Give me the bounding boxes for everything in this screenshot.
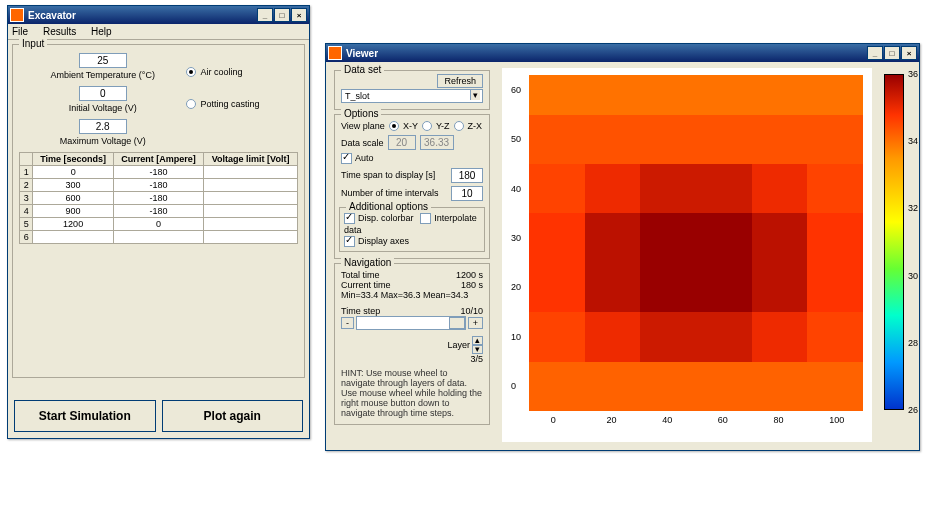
colorbar-tick: 26: [908, 405, 918, 415]
close-icon[interactable]: ×: [901, 46, 917, 60]
dataset-legend: Data set: [341, 64, 384, 75]
row-index: 5: [20, 218, 33, 231]
table-row[interactable]: 512000: [20, 218, 298, 231]
plot-again-button[interactable]: Plot again: [162, 400, 304, 432]
table-cell[interactable]: [204, 179, 298, 192]
table-header: Current [Ampere]: [113, 153, 203, 166]
heatmap-cell: [752, 312, 808, 361]
initial-voltage-input[interactable]: 0: [79, 86, 127, 101]
table-row[interactable]: 10-180: [20, 166, 298, 179]
colorbar-tick: 36: [908, 69, 918, 79]
numintervals-input[interactable]: 10: [451, 186, 483, 201]
table-cell[interactable]: -180: [113, 179, 203, 192]
colorbar-tick: 28: [908, 338, 918, 348]
maximize-icon[interactable]: □: [884, 46, 900, 60]
disp-colorbar-checkbox[interactable]: Disp. colorbar: [344, 212, 414, 223]
additional-options-panel: Additional options Disp. colorbar Interp…: [339, 207, 485, 252]
display-axes-checkbox[interactable]: Display axes: [344, 235, 480, 247]
row-index: 6: [20, 231, 33, 244]
row-index: 1: [20, 166, 33, 179]
initial-voltage-label: Initial Voltage (V): [19, 103, 186, 113]
table-cell[interactable]: 300: [33, 179, 114, 192]
table-cell[interactable]: [204, 218, 298, 231]
heatmap-cell: [585, 213, 641, 262]
refresh-button[interactable]: Refresh: [437, 74, 483, 88]
colorbar: [884, 74, 904, 410]
table-row[interactable]: 6: [20, 231, 298, 244]
checkbox-icon: [420, 213, 431, 224]
addopt-legend: Additional options: [346, 201, 431, 212]
viewplane-label: View plane: [341, 121, 385, 131]
heatmap-cell: [585, 115, 641, 164]
x-tick: 80: [774, 415, 784, 425]
slider-minus-button[interactable]: -: [341, 317, 354, 329]
heatmap-cell: [807, 213, 863, 262]
heatmap-cell: [640, 75, 696, 115]
timestep-label: Time step: [341, 306, 380, 316]
close-icon[interactable]: ×: [291, 8, 307, 22]
timestep-value: 10/10: [460, 306, 483, 316]
heatmap-cell: [640, 312, 696, 361]
viewplane-zx-radio[interactable]: Z-X: [454, 121, 483, 131]
layer-down-button[interactable]: ▾: [472, 345, 483, 354]
input-legend: Input: [19, 38, 47, 49]
checkbox-icon: [344, 236, 355, 247]
profile-table: Time [seconds]Current [Ampere]Voltage li…: [19, 152, 298, 244]
minimize-icon[interactable]: _: [257, 8, 273, 22]
window-title: Excavator: [28, 10, 257, 21]
table-cell[interactable]: 0: [113, 218, 203, 231]
heatmap-cell: [529, 213, 585, 262]
heatmap-cell: [752, 362, 808, 411]
y-tick: 30: [511, 233, 521, 243]
heatmap-cell: [696, 312, 752, 361]
timespan-input[interactable]: 180: [451, 168, 483, 183]
minimize-icon[interactable]: _: [867, 46, 883, 60]
app-icon: [10, 8, 24, 22]
table-cell[interactable]: -180: [113, 166, 203, 179]
ambient-temp-input[interactable]: 25: [79, 53, 127, 68]
table-cell[interactable]: [204, 231, 298, 244]
dataset-select[interactable]: T_slot: [341, 89, 483, 103]
table-cell[interactable]: [204, 205, 298, 218]
auto-checkbox[interactable]: Auto: [341, 152, 483, 164]
radio-icon: [186, 67, 196, 77]
table-header: Time [seconds]: [33, 153, 114, 166]
table-row[interactable]: 2300-180: [20, 179, 298, 192]
table-cell[interactable]: 600: [33, 192, 114, 205]
y-tick: 60: [511, 85, 521, 95]
viewplane-yz-radio[interactable]: Y-Z: [422, 121, 450, 131]
table-cell[interactable]: -180: [113, 205, 203, 218]
table-header: Voltage limit [Volt]: [204, 153, 298, 166]
table-cell[interactable]: 1200: [33, 218, 114, 231]
table-cell[interactable]: [204, 192, 298, 205]
table-cell[interactable]: 900: [33, 205, 114, 218]
max-voltage-input[interactable]: 2.8: [79, 119, 127, 134]
heatmap-cell: [696, 75, 752, 115]
start-simulation-button[interactable]: Start Simulation: [14, 400, 156, 432]
table-cell[interactable]: -180: [113, 192, 203, 205]
table-row[interactable]: 4900-180: [20, 205, 298, 218]
menu-help[interactable]: Help: [91, 26, 112, 37]
menu-file[interactable]: File: [12, 26, 28, 37]
options-panel: Options View plane X-Y Y-Z Z-X Data scal…: [334, 114, 490, 259]
timestep-slider[interactable]: [356, 316, 466, 330]
datascale-hi: 36.33: [420, 135, 454, 150]
potting-casting-radio[interactable]: Potting casting: [186, 99, 298, 109]
slider-plus-button[interactable]: +: [468, 317, 483, 329]
heatmap-cell: [640, 263, 696, 312]
menu-results[interactable]: Results: [43, 26, 76, 37]
table-cell[interactable]: 0: [33, 166, 114, 179]
table-cell[interactable]: [33, 231, 114, 244]
numintervals-label: Number of time intervals: [341, 188, 439, 198]
table-cell[interactable]: [204, 166, 298, 179]
radio-icon: [422, 121, 432, 131]
air-cooling-radio[interactable]: Air cooling: [186, 67, 298, 77]
table-cell[interactable]: [113, 231, 203, 244]
maximize-icon[interactable]: □: [274, 8, 290, 22]
viewplane-xy-radio[interactable]: X-Y: [389, 121, 418, 131]
menubar: File Results Help: [8, 24, 309, 40]
y-tick: 40: [511, 184, 521, 194]
slider-thumb[interactable]: [449, 317, 465, 329]
table-row[interactable]: 3600-180: [20, 192, 298, 205]
excavator-titlebar: Excavator _ □ ×: [8, 6, 309, 24]
